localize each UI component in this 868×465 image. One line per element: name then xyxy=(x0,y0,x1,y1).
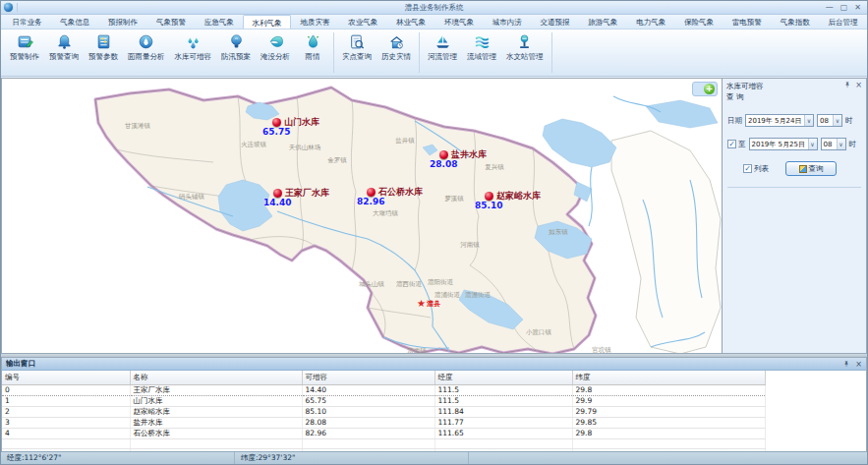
hour-to-value: 08 xyxy=(824,141,833,148)
table-cell: 山门水库 xyxy=(130,395,302,406)
tab-13[interactable]: 旅游气象 xyxy=(579,15,627,29)
tab-12[interactable]: 交通预报 xyxy=(531,15,579,29)
rain-info-icon xyxy=(305,33,321,50)
column-header[interactable]: 可增容 xyxy=(302,371,434,384)
tab-4[interactable]: 气象预警 xyxy=(146,15,195,29)
table-row[interactable]: 3盐井水库28.08111.7729.85 xyxy=(2,417,765,428)
map-canvas[interactable]: 甘溪滩镇码头铺镇火连坡镇天供山林场金罗镇盐井镇复兴镇梦溪镇大堰垱镇如东镇河南镇城… xyxy=(1,78,722,354)
reservoir-dot-icon xyxy=(272,118,281,127)
date-to-select[interactable]: 2019年 5月25日 ∨ xyxy=(749,138,818,150)
table-cell: 2 xyxy=(2,406,130,417)
table-cell: 王家厂水库 xyxy=(130,384,302,395)
basin-icon xyxy=(474,33,491,50)
toolbar-button-basin[interactable]: 流域管理 xyxy=(462,29,501,76)
table-cell: 3 xyxy=(2,417,130,428)
toolbar-button-label: 防汛预案 xyxy=(221,52,251,62)
column-header[interactable]: 经度 xyxy=(434,371,572,384)
reservoir-capacity-panel: 水库可增容 🖈 × 查 询 日期 2019年 5月24日 ∨ 08 ∨ xyxy=(722,78,867,354)
date-from-select[interactable]: 2019年 5月24日 ∨ xyxy=(745,114,814,127)
toolbar-button-alert-params[interactable]: 预警参数 xyxy=(84,29,123,76)
tab-14[interactable]: 电力气象 xyxy=(627,15,675,29)
town-label: 澧西街道 xyxy=(396,280,422,289)
tab-18[interactable]: 后台管理 xyxy=(819,15,867,29)
date-from-value: 2019年 5月24日 xyxy=(748,116,801,126)
toolbar-button-rain-info[interactable]: 雨情 xyxy=(295,29,330,76)
hour-from-select[interactable]: 08 ∨ xyxy=(817,114,842,127)
map-add-button[interactable]: + xyxy=(692,82,718,96)
reservoir-dot-icon xyxy=(485,192,493,201)
table-cell: 111.65 xyxy=(434,428,572,438)
tab-2[interactable]: 气象信息 xyxy=(51,15,99,29)
table-row[interactable]: 2赵家峪水库85.10111.8429.79 xyxy=(2,406,765,417)
toolbar-button-rain-analysis[interactable]: 面雨量分析 xyxy=(123,29,170,76)
toolbar-button-label: 面雨量分析 xyxy=(128,52,165,62)
table-cell: 65.75 xyxy=(302,395,434,406)
toolbar-separator xyxy=(551,32,552,73)
column-header[interactable]: 纬度 xyxy=(572,371,765,384)
tab-1[interactable]: 日常业务 xyxy=(3,15,51,29)
table-cell: 111.84 xyxy=(434,406,572,417)
toolbar-button-alert-edit[interactable]: 预警制作 xyxy=(5,29,44,76)
tab-7[interactable]: 地质灾害 xyxy=(291,15,339,29)
plus-icon: + xyxy=(704,84,715,94)
tab-17[interactable]: 气象指数 xyxy=(771,15,819,29)
toolbar-button-disaster-query[interactable]: 灾点查询 xyxy=(337,29,376,76)
toolbar-button-reservoir-capacity[interactable]: 水库可增容 xyxy=(170,29,217,76)
table-row[interactable]: 1山门水库65.75111.529.9 xyxy=(2,395,765,406)
hour-from-value: 08 xyxy=(820,117,829,125)
toolbar-button-alert-bell[interactable]: 预警查询 xyxy=(44,29,84,76)
result-grid: 编号名称可增容经度纬度0王家厂水库14.40111.529.81山门水库65.7… xyxy=(2,371,866,451)
tab-16[interactable]: 雷电预警 xyxy=(723,15,771,29)
app-window: 澧县业务制作系统 — ▢ ✕ 日常业务气象信息预报制作气象预警应急气象水利气象地… xyxy=(0,0,868,465)
tab-8[interactable]: 农业气象 xyxy=(339,15,387,29)
toolbar-button-disaster-history[interactable]: 历史灾情 xyxy=(376,29,416,76)
toolbar-button-flood-plan[interactable]: 防汛预案 xyxy=(216,29,256,76)
toolbar-button-hydro-station[interactable]: 水文站管理 xyxy=(501,29,549,76)
town-label: 河南镇 xyxy=(460,241,480,250)
table-cell: 28.08 xyxy=(302,417,434,428)
toolbar-button-inundation[interactable]: 淹没分析 xyxy=(256,29,295,76)
list-checkbox[interactable]: ✓ xyxy=(743,164,752,173)
panel-close-icon[interactable]: × xyxy=(855,82,862,89)
table-row[interactable]: 4石公桥水库82.96111.6529.8 xyxy=(2,428,765,438)
tab-5[interactable]: 应急气象 xyxy=(195,15,243,29)
toolbar-button-label: 淹没分析 xyxy=(260,52,290,62)
tab-11[interactable]: 城市内涝 xyxy=(483,15,531,29)
tab-3[interactable]: 预报制作 xyxy=(99,15,147,29)
tab-9[interactable]: 林业气象 xyxy=(387,15,435,29)
town-label: 梦溪镇 xyxy=(444,195,464,203)
chevron-down-icon: ∨ xyxy=(808,139,817,149)
table-row[interactable]: 0王家厂水库14.40111.529.8 xyxy=(2,384,765,395)
output-window: 输出窗口 🖈 × 编号名称可增容经度纬度0王家厂水库14.40111.529.8… xyxy=(1,357,867,452)
output-close-icon[interactable]: × xyxy=(855,360,862,369)
reservoir-value: 28.08 xyxy=(430,159,457,169)
query-button-label: 查询 xyxy=(809,164,824,174)
query-button[interactable]: 查询 xyxy=(785,161,837,176)
town-label: 复兴镇 xyxy=(485,163,504,172)
tab-6[interactable]: 水利气象 xyxy=(243,15,291,29)
pin-icon[interactable]: 🖈 xyxy=(843,82,851,89)
toolbar-button-label: 预警制作 xyxy=(10,52,39,62)
hour-to-select[interactable]: 08 ∨ xyxy=(821,138,846,150)
disaster-history-icon xyxy=(388,33,405,50)
column-header[interactable]: 编号 xyxy=(2,371,130,384)
reservoir-value: 82.96 xyxy=(357,197,384,206)
column-header[interactable]: 名称 xyxy=(130,371,302,384)
date-label: 日期 xyxy=(727,116,742,126)
status-bar: 经度:112°6'27" 纬度:29°37'32" xyxy=(1,451,867,464)
panel-divider xyxy=(727,187,861,188)
pin-icon[interactable]: 🖈 xyxy=(842,360,850,369)
toolbar-button-label: 河流管理 xyxy=(428,52,457,62)
town-label: 城头山镇 xyxy=(359,280,384,289)
tab-10[interactable]: 环境气象 xyxy=(434,15,483,29)
alert-bell-icon xyxy=(56,33,73,50)
table-cell: 14.40 xyxy=(302,384,434,395)
toolbar-button-label: 水文站管理 xyxy=(506,52,544,62)
tab-15[interactable]: 保险气象 xyxy=(675,15,723,29)
town-label: 如东镇 xyxy=(549,228,568,237)
toolbar-button-river[interactable]: 河流管理 xyxy=(423,29,462,76)
to-checkbox[interactable]: ✓ xyxy=(727,140,736,148)
town-label: 码头铺镇 xyxy=(179,193,204,202)
table-cell: 29.9 xyxy=(572,395,765,406)
table-cell: 赵家峪水库 xyxy=(130,406,302,417)
